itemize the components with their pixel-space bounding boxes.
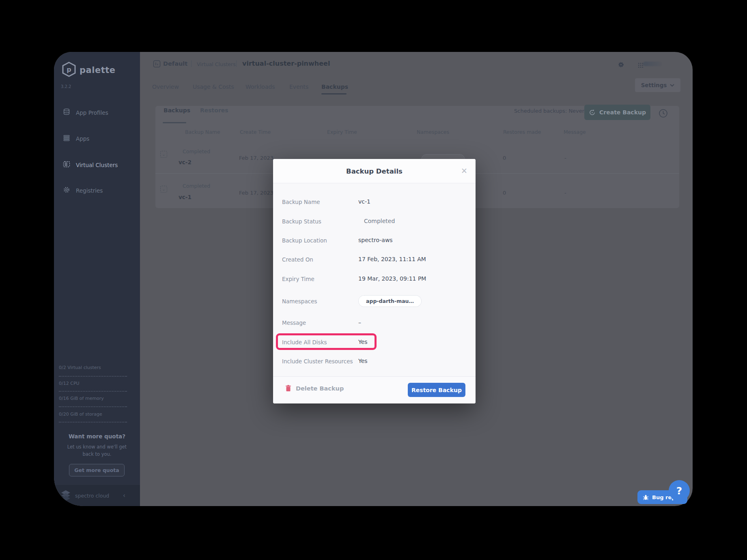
settings-button[interactable]: Settings bbox=[635, 78, 680, 92]
screen: p palette 3.2.2 App Profiles Apps bbox=[0, 0, 747, 560]
backup-restore-icon bbox=[589, 109, 596, 116]
modal-title: Backup Details bbox=[273, 167, 476, 175]
quota-virtual-clusters: 0/2 Virtual clusters bbox=[59, 365, 127, 370]
sidebar-item-label: App Profiles bbox=[76, 109, 108, 116]
brand: p palette bbox=[62, 62, 115, 79]
backup-name-cell: vc-1 bbox=[179, 194, 192, 200]
delete-backup-label: Delete Backup bbox=[296, 385, 344, 392]
row-expand-icon[interactable]: ⌄ bbox=[160, 151, 167, 158]
col-backup-name: Backup Name bbox=[185, 129, 220, 135]
message-cell: - bbox=[564, 155, 566, 161]
restore-backup-button[interactable]: Restore Backup bbox=[408, 383, 465, 397]
col-namespaces: Namespaces bbox=[417, 129, 449, 135]
clock-icon[interactable] bbox=[659, 109, 668, 120]
waffle-grid-icon[interactable] bbox=[638, 62, 643, 69]
tab-events[interactable]: Events bbox=[289, 84, 308, 90]
row-expand-icon[interactable]: ⌄ bbox=[160, 186, 167, 193]
tab-backups[interactable]: Backups bbox=[321, 84, 348, 90]
namespace-chip[interactable]: app-darth-mau… bbox=[358, 295, 422, 307]
sidebar-item-apps[interactable]: Apps bbox=[60, 131, 135, 146]
restores-made-cell: 0 bbox=[503, 190, 506, 196]
quota-cta-body-line2: back to you. bbox=[54, 451, 140, 458]
create-time-cell: Feb 17, 2023 bbox=[239, 155, 273, 161]
field-value: 17 Feb, 2023, 11:11 AM bbox=[358, 256, 426, 262]
col-message: Message bbox=[564, 129, 586, 135]
tab-usage-costs[interactable]: Usage & Costs bbox=[193, 84, 234, 90]
sidebar: p palette 3.2.2 App Profiles Apps bbox=[54, 52, 140, 506]
active-subtab-underline bbox=[163, 122, 186, 123]
field-value: spectro-aws bbox=[358, 237, 393, 243]
field-value: 19 Mar, 2023, 09:11 PM bbox=[358, 275, 426, 282]
field-label: Expiry Time bbox=[282, 276, 314, 282]
spectro-cloud-logo-icon bbox=[60, 489, 72, 502]
palette-logo-icon: p bbox=[62, 62, 76, 79]
sidebar-item-label: Registries bbox=[76, 187, 103, 194]
quota-bar bbox=[59, 406, 127, 407]
breadcrumb-section[interactable]: Virtual Clusters bbox=[197, 61, 236, 67]
get-more-quota-button[interactable]: Get more quota bbox=[69, 464, 125, 476]
tab-overview[interactable]: Overview bbox=[152, 84, 179, 90]
quota-cpu: 0/12 CPU bbox=[59, 381, 127, 386]
apps-icon bbox=[63, 134, 70, 143]
col-expiry-time: Expiry Time bbox=[327, 129, 357, 135]
sidebar-collapse-icon[interactable]: ‹ bbox=[123, 492, 125, 499]
tab-workloads[interactable]: Workloads bbox=[245, 84, 275, 90]
field-label: Created On bbox=[282, 256, 313, 263]
quota-memory: 0/16 GiB of memory bbox=[59, 396, 127, 401]
page-title: virtual-cluster-pinwheel bbox=[242, 60, 330, 67]
sidebar-item-virtual-clusters[interactable]: Virtual Clusters bbox=[60, 158, 135, 172]
app-profiles-icon bbox=[63, 108, 70, 117]
virtual-clusters-icon bbox=[63, 161, 70, 170]
message-cell: - bbox=[564, 190, 566, 196]
close-icon[interactable]: ✕ bbox=[461, 166, 467, 175]
subtab-backups[interactable]: Backups bbox=[164, 107, 190, 114]
status-badge: Completed bbox=[183, 183, 210, 189]
brand-name: palette bbox=[80, 65, 115, 75]
create-backup-button[interactable]: Create Backup bbox=[584, 105, 650, 120]
settings-label: Settings bbox=[641, 82, 667, 88]
sidebar-item-app-profiles[interactable]: App Profiles bbox=[60, 105, 135, 120]
active-tab-underline bbox=[321, 93, 347, 94]
chevron-down-icon bbox=[670, 84, 674, 87]
trash-icon bbox=[285, 385, 291, 392]
subtab-restores[interactable]: Restores bbox=[200, 107, 228, 114]
sidebar-item-registries[interactable]: Registries bbox=[60, 183, 135, 198]
svg-text:p: p bbox=[67, 66, 71, 73]
app-version: 3.2.2 bbox=[61, 84, 71, 89]
create-time-cell: Feb 17, 2023 bbox=[239, 190, 273, 196]
sidebar-footer: spectro cloud ‹ bbox=[54, 485, 140, 506]
field-label: Backup Status bbox=[282, 218, 321, 225]
app-window: p palette 3.2.2 App Profiles Apps bbox=[54, 52, 693, 506]
col-create-time: Create Time bbox=[240, 129, 271, 135]
field-label: Include Cluster Resources bbox=[282, 358, 353, 365]
quota-bar bbox=[59, 376, 127, 377]
quota-storage: 0/20 GiB of storage bbox=[59, 412, 127, 417]
breadcrumb-separator bbox=[236, 60, 237, 67]
field-label: Namespaces bbox=[282, 298, 317, 305]
field-label: Backup Location bbox=[282, 237, 327, 244]
col-restores-made: Restores made bbox=[503, 129, 541, 135]
field-value: – bbox=[358, 319, 361, 326]
quota-cta-title: Want more quota? bbox=[54, 433, 140, 440]
scheduled-backups-text: Scheduled backups: Never bbox=[514, 108, 584, 114]
field-value: Yes bbox=[358, 339, 368, 345]
field-value: Yes bbox=[358, 358, 368, 364]
bug-icon bbox=[643, 494, 649, 500]
breadcrumb-project[interactable]: Default bbox=[163, 60, 187, 67]
sidebar-item-label: Apps bbox=[76, 135, 89, 142]
gear-icon[interactable] bbox=[618, 62, 624, 69]
quota-bar bbox=[59, 422, 127, 423]
status-badge: Completed bbox=[183, 148, 210, 154]
modal-header: Backup Details ✕ bbox=[273, 159, 476, 183]
quota-bar bbox=[59, 391, 127, 392]
sidebar-item-label: Virtual Clusters bbox=[76, 162, 118, 168]
modal-footer: Delete Backup Restore Backup bbox=[273, 376, 476, 403]
field-value: vc-1 bbox=[358, 198, 370, 205]
delete-backup-button[interactable]: Delete Backup bbox=[285, 385, 344, 392]
backup-name-cell: vc-2 bbox=[179, 159, 192, 165]
help-button[interactable]: ? bbox=[669, 480, 690, 501]
breadcrumb-separator bbox=[191, 60, 192, 67]
user-menu[interactable] bbox=[643, 62, 662, 66]
field-label: Message bbox=[282, 320, 306, 326]
field-value: Completed bbox=[358, 218, 395, 224]
